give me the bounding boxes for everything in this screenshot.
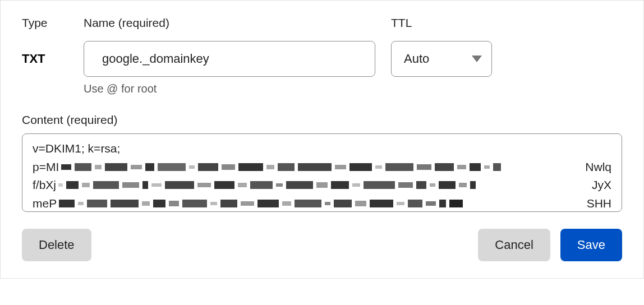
actions-right: Cancel Save: [478, 229, 622, 261]
content-line-4: meP SHH: [33, 195, 611, 212]
content-line-1-text: v=DKIM1; k=rsa;: [33, 140, 120, 158]
ttl-select-wrap: Auto: [391, 41, 492, 77]
actions-row: Delete Cancel Save: [22, 229, 622, 261]
content-line-4-suffix: SHH: [587, 195, 611, 212]
ttl-select[interactable]: Auto: [391, 41, 492, 77]
content-line-3-prefix: f/bXj: [33, 176, 56, 195]
content-line-2: p=MI Nwlq: [33, 158, 611, 177]
content-line-3-suffix: JyX: [592, 176, 611, 195]
delete-button[interactable]: Delete: [22, 229, 91, 261]
redacted-strip: [58, 179, 590, 191]
content-line-1: v=DKIM1; k=rsa;: [33, 140, 611, 158]
content-line-3: f/bXj JyX: [33, 176, 611, 195]
dns-record-editor: Type TXT Name (required) Use @ for root …: [0, 0, 644, 279]
content-line-4-prefix: meP: [33, 195, 57, 212]
name-input[interactable]: [84, 41, 375, 77]
content-label: Content (required): [22, 113, 622, 127]
top-row: Type TXT Name (required) Use @ for root …: [22, 16, 622, 95]
save-button[interactable]: Save: [560, 229, 622, 261]
ttl-column: TTL Auto: [391, 16, 503, 77]
name-label: Name (required): [84, 16, 391, 30]
type-label: Type: [22, 16, 84, 30]
content-line-2-prefix: p=MI: [33, 158, 59, 177]
content-textarea[interactable]: v=DKIM1; k=rsa; p=MI Nwlq f/bXj JyX meP: [22, 133, 622, 212]
type-column: Type TXT: [22, 16, 84, 77]
content-line-2-suffix: Nwlq: [585, 158, 611, 177]
redacted-strip: [61, 161, 583, 173]
name-help-text: Use @ for root: [84, 82, 391, 95]
cancel-button[interactable]: Cancel: [478, 229, 550, 261]
ttl-label: TTL: [391, 16, 503, 30]
type-value: TXT: [22, 41, 84, 77]
content-block: Content (required) v=DKIM1; k=rsa; p=MI …: [22, 113, 622, 212]
redacted-strip: [59, 198, 584, 209]
name-column: Name (required) Use @ for root: [84, 16, 391, 95]
